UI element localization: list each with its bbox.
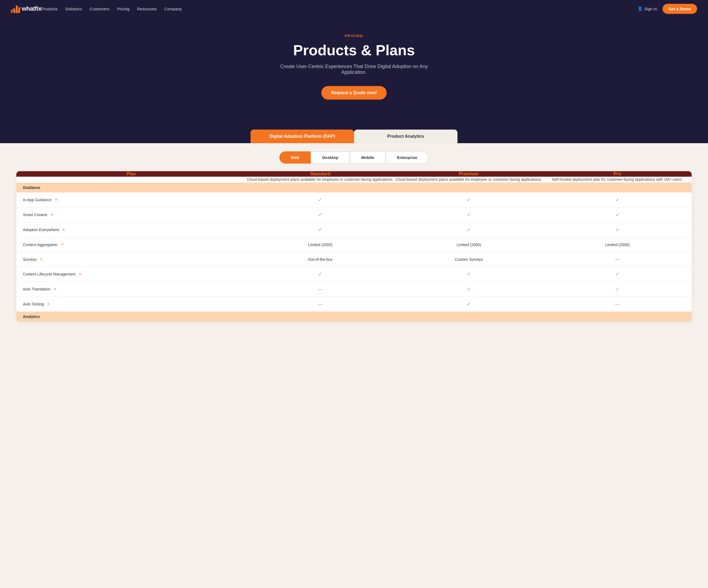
feature-label: In-App Guidance: [23, 198, 52, 202]
tab-analytics[interactable]: Product Analytics: [354, 130, 458, 143]
pro-value: Limited (2000): [543, 237, 692, 252]
desc-plan-cell: [16, 177, 246, 183]
standard-value: Out-of-the-box: [246, 252, 394, 267]
desc-standard: Cloud-based deployment plans available f…: [246, 177, 394, 183]
table-header-row: Plan Standard Premium Pro: [16, 171, 692, 177]
premium-check-icon: ✓: [467, 301, 471, 307]
col-plan: Plan: [16, 171, 246, 177]
col-pro: Pro: [543, 171, 692, 177]
feature-label: Content Lifecycle Management: [23, 272, 76, 276]
product-tabs-section: Digital Adoption Platform (DAP) Product …: [0, 121, 708, 143]
standard-value: Limited (2000): [246, 237, 394, 252]
table-row: In-App Guidance + ✓ ✓ ✓: [16, 192, 692, 208]
pro-check-icon: ✓: [615, 271, 620, 277]
nav-products[interactable]: Products: [41, 6, 57, 11]
feature-label: Content Aggregation: [23, 243, 58, 247]
nav-pricing[interactable]: Pricing: [117, 6, 129, 11]
pro-check-icon: ✓: [615, 227, 620, 233]
tab-dap[interactable]: Digital Adoption Platform (DAP): [250, 130, 354, 143]
feature-label: Auto Translation: [23, 287, 50, 291]
navbar-links: Products Solutions Customers Pricing Res…: [41, 6, 638, 11]
standard-check-icon: ✓: [318, 227, 322, 233]
desc-premium: Cloud-based deployment plans available f…: [394, 177, 543, 183]
standard-check-icon: ✓: [318, 197, 322, 203]
nav-company[interactable]: Company: [164, 6, 182, 11]
table-row: Auto Translation + — ✓ ✓: [16, 282, 692, 297]
pro-dash-icon: —: [615, 256, 620, 262]
expand-button[interactable]: +: [47, 301, 50, 307]
expand-button[interactable]: +: [50, 212, 53, 218]
table-row: Adoption Everywhere + ✓ ✓ ✓: [16, 222, 692, 237]
nav-customers[interactable]: Customers: [90, 6, 110, 11]
standard-dash-icon: —: [318, 286, 323, 292]
subtab-mobile[interactable]: Mobile: [350, 151, 386, 164]
premium-check-icon: ✓: [467, 197, 471, 203]
navbar-actions: 👤 Sign In Get a Demo: [638, 4, 697, 14]
table-row: Content Aggregation + Limited (2000) Lim…: [16, 237, 692, 252]
table-row: Content Lifecycle Management + ✓ ✓ ✓: [16, 267, 692, 282]
request-quote-button[interactable]: Request a Quote now!: [321, 86, 387, 100]
expand-button[interactable]: +: [54, 286, 57, 292]
premium-check-icon: ✓: [467, 286, 471, 292]
subtab-enterprise[interactable]: Enterprise: [386, 151, 429, 164]
logo-icon: [11, 4, 20, 13]
pricing-section: Web Desktop Mobile Enterprise Plan Stand…: [0, 143, 708, 332]
subtab-web[interactable]: Web: [279, 151, 311, 164]
col-premium: Premium: [394, 171, 543, 177]
hero-label: PRICING: [11, 34, 697, 38]
expand-button[interactable]: +: [55, 197, 58, 203]
hero-subtitle: Create User-Centric Experiences That Dri…: [272, 64, 436, 75]
table-row: Surveys + Out-of-the-box Custom Surveys …: [16, 252, 692, 267]
standard-check-icon: ✓: [318, 212, 322, 217]
section-guidance: Guidance: [16, 183, 692, 193]
feature-label: Smart Context: [23, 213, 47, 217]
section-analytics: Analytics: [16, 312, 692, 322]
standard-check-icon: ✓: [318, 271, 322, 277]
feature-label: Adoption Everywhere: [23, 227, 59, 232]
logo-text: whatfix: [22, 5, 41, 12]
desc-pro: Self-hosted deployment plan for customer…: [543, 177, 692, 183]
nav-solutions[interactable]: Solutions: [65, 6, 82, 11]
expand-button[interactable]: +: [62, 227, 65, 233]
premium-check-icon: ✓: [467, 227, 471, 233]
expand-button[interactable]: +: [40, 256, 43, 262]
get-demo-button[interactable]: Get a Demo: [662, 4, 697, 14]
pro-check-icon: ✓: [615, 212, 620, 217]
navbar: whatfix Products Solutions Customers Pri…: [0, 0, 708, 18]
standard-dash-icon: —: [318, 301, 323, 307]
hero-title: Products & Plans: [11, 42, 697, 58]
logo[interactable]: whatfix: [11, 4, 41, 13]
col-standard: Standard: [246, 171, 394, 177]
feature-label: Surveys: [23, 257, 37, 261]
hero-section: PRICING Products & Plans Create User-Cen…: [0, 18, 708, 121]
premium-check-icon: ✓: [467, 271, 471, 277]
pro-dash-icon: —: [615, 301, 620, 307]
description-row: Cloud-based deployment plans available f…: [16, 177, 692, 183]
pro-check-icon: ✓: [615, 197, 620, 203]
subtab-desktop[interactable]: Desktop: [311, 151, 350, 164]
expand-button[interactable]: +: [79, 271, 82, 277]
pricing-table: Plan Standard Premium Pro Cloud-based de…: [16, 171, 692, 321]
pro-check-icon: ✓: [615, 286, 620, 292]
product-tabs: Digital Adoption Platform (DAP) Product …: [250, 130, 458, 143]
sign-in-link[interactable]: 👤 Sign In: [638, 6, 657, 11]
feature-label: Auto Testing: [23, 302, 44, 306]
user-icon: 👤: [638, 6, 643, 11]
premium-check-icon: ✓: [467, 212, 471, 217]
premium-value: Custom Surveys: [394, 252, 543, 267]
expand-button[interactable]: +: [61, 242, 64, 247]
premium-value: Limited (2000): [394, 237, 543, 252]
table-row: Smart Context + ✓ ✓ ✓: [16, 208, 692, 222]
nav-resources[interactable]: Resources: [137, 6, 157, 11]
sub-tabs: Web Desktop Mobile Enterprise: [16, 151, 692, 164]
table-row: Auto Testing + — ✓ —: [16, 297, 692, 312]
